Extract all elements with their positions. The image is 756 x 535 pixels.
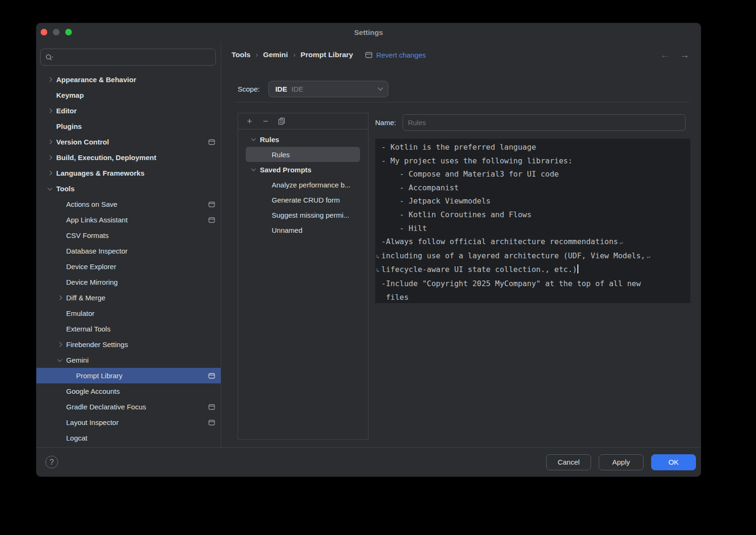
chevron-right-icon[interactable] <box>48 109 52 113</box>
chevron-down-icon[interactable] <box>48 186 52 190</box>
sidebar-item-layout-inspector[interactable]: Layout Inspector <box>36 415 221 430</box>
modified-indicator-icon <box>208 139 215 145</box>
sidebar-item-gradle-declarative-focus[interactable]: Gradle Declarative Focus <box>36 399 221 415</box>
editor-line-text: -Include "Copyright 2025 MyCompany" at t… <box>381 279 641 288</box>
prompt-tree-item-rules[interactable]: Rules <box>246 147 360 162</box>
prompt-tree-label: Saved Prompts <box>260 166 311 174</box>
sidebar-item-label: Plugins <box>56 122 82 130</box>
sidebar-item-label: Editor <box>56 107 77 115</box>
sidebar-item-label: External Tools <box>66 325 111 333</box>
titlebar: Settings <box>36 23 701 42</box>
chevron-right-icon[interactable] <box>48 77 52 82</box>
prompt-tree-item-suggest-missing-permi[interactable]: Suggest missing permi... <box>238 207 368 222</box>
sidebar-item-device-mirroring[interactable]: Device Mirroring <box>36 274 221 290</box>
sidebar-item-google-accounts[interactable]: Google Accounts <box>36 383 221 399</box>
prompt-name-input[interactable] <box>403 114 686 131</box>
prompt-tree-item-generate-crud-form[interactable]: Generate CRUD form <box>238 192 368 207</box>
chevron-right-icon[interactable] <box>48 155 52 160</box>
sidebar-item-gemini[interactable]: Gemini <box>36 352 221 368</box>
breadcrumb-item-tools[interactable]: Tools <box>232 51 250 59</box>
sidebar-item-label: Languages & Frameworks <box>56 169 145 177</box>
sidebar-item-device-explorer[interactable]: Device Explorer <box>36 259 221 274</box>
editor-line: ↳including use of a layered architecture… <box>381 249 687 263</box>
sidebar-item-label: Layout Inspector <box>66 418 119 426</box>
sidebar-item-app-links-assistant[interactable]: App Links Assistant <box>36 212 221 228</box>
forward-arrow-icon[interactable]: → <box>680 50 689 60</box>
sidebar-item-label: Firebender Settings <box>66 340 128 348</box>
sidebar-item-keymap[interactable]: Keymap <box>36 87 221 103</box>
chevron-right-icon[interactable] <box>58 342 62 347</box>
sidebar-item-version-control[interactable]: Version Control <box>36 134 221 150</box>
sidebar-item-prompt-library[interactable]: Prompt Library <box>36 368 221 383</box>
prompt-tree-label: Suggest missing permi... <box>272 211 349 219</box>
prompt-tree-label: Generate CRUD form <box>272 196 340 204</box>
editor-line: ↳lifecycle-aware UI state collection., e… <box>381 263 687 277</box>
name-label: Name: <box>375 119 396 127</box>
sidebar-item-label: Actions on Save <box>66 200 117 208</box>
prompt-list-panel: + − RulesRulesSaved PromptsAnalyze perfo… <box>238 113 369 440</box>
scope-dropdown[interactable]: IDE IDE <box>268 81 388 97</box>
scope-value: IDE <box>275 85 287 93</box>
add-prompt-button[interactable]: + <box>243 115 256 127</box>
prompt-tree-group-saved-prompts[interactable]: Saved Prompts <box>238 162 368 177</box>
sidebar-item-logcat[interactable]: Logcat <box>36 430 221 446</box>
breadcrumb-item-prompt-library[interactable]: Prompt Library <box>301 51 353 59</box>
prompt-text-editor[interactable]: - Kotlin is the preferred language- My p… <box>375 139 690 303</box>
cancel-button[interactable]: Cancel <box>546 454 591 470</box>
back-arrow-icon[interactable]: ← <box>660 50 670 60</box>
sidebar-item-label: Build, Execution, Deployment <box>56 153 156 161</box>
sidebar-item-tools[interactable]: Tools <box>36 181 221 196</box>
modified-indicator-icon <box>208 404 215 410</box>
sidebar-item-label: Diff & Merge <box>66 294 105 302</box>
sidebar-item-firebender-settings[interactable]: Firebender Settings <box>36 337 221 352</box>
search-input[interactable] <box>56 53 215 61</box>
sidebar-item-emulator[interactable]: Emulator <box>36 306 221 321</box>
editor-line-text: - Kotlin Coroutines and Flows <box>381 210 532 219</box>
sidebar-item-editor[interactable]: Editor <box>36 103 221 119</box>
sidebar-item-csv-formats[interactable]: CSV Formats <box>36 228 221 243</box>
sidebar-item-actions-on-save[interactable]: Actions on Save <box>36 196 221 212</box>
chevron-down-icon[interactable] <box>251 136 256 141</box>
editor-line: - Accompanist <box>381 181 687 195</box>
editor-line-text: lifecycle-aware UI state collection., et… <box>381 265 577 274</box>
chevron-right-icon[interactable] <box>48 140 52 144</box>
ok-button[interactable]: OK <box>651 454 696 470</box>
settings-window: Settings Appearance & BehaviorKeymapEdit… <box>36 23 701 477</box>
chevron-right-icon[interactable] <box>48 171 52 176</box>
prompt-tree-item-unnamed[interactable]: Unnamed <box>238 222 368 238</box>
sidebar-item-languages-frameworks[interactable]: Languages & Frameworks <box>36 165 221 181</box>
sidebar-item-plugins[interactable]: Plugins <box>36 119 221 134</box>
apply-button[interactable]: Apply <box>599 454 644 470</box>
breadcrumb-separator: › <box>293 51 295 59</box>
breadcrumb-item-gemini[interactable]: Gemini <box>263 51 288 59</box>
footer-buttons: Cancel Apply OK <box>546 454 696 470</box>
sidebar-item-label: Tools <box>56 185 75 193</box>
sidebar-item-database-inspector[interactable]: Database Inspector <box>36 243 221 259</box>
chevron-down-icon[interactable] <box>58 357 62 362</box>
remove-prompt-button[interactable]: − <box>259 115 272 127</box>
chevron-down-icon[interactable] <box>251 167 256 171</box>
prompt-tree-group-rules[interactable]: Rules <box>238 132 368 147</box>
sidebar-item-appearance-behavior[interactable]: Appearance & Behavior <box>36 72 221 87</box>
sidebar-item-label: Emulator <box>66 309 94 317</box>
sidebar-item-build-execution-deployment[interactable]: Build, Execution, Deployment <box>36 150 221 165</box>
sidebar-tree: Appearance & BehaviorKeymapEditorPlugins… <box>36 72 221 446</box>
revert-changes-label: Revert changes <box>376 51 426 59</box>
revert-changes-link[interactable]: Revert changes <box>365 51 426 59</box>
modified-indicator-icon <box>208 217 215 223</box>
copy-prompt-button[interactable] <box>275 115 288 127</box>
sidebar-item-diff-merge[interactable]: Diff & Merge <box>36 290 221 306</box>
settings-search-box[interactable] <box>40 49 216 66</box>
sidebar-item-label: App Links Assistant <box>66 216 128 224</box>
help-button[interactable]: ? <box>45 456 58 468</box>
sidebar-item-label: Gemini <box>66 356 89 364</box>
prompt-tree-item-analyze-performance-b[interactable]: Analyze performance b... <box>238 177 368 192</box>
breadcrumb-bar: Tools›Gemini›Prompt Library Revert chang… <box>232 42 689 68</box>
text-caret <box>577 264 578 273</box>
chevron-right-icon[interactable] <box>58 296 62 300</box>
editor-line: -Include "Copyright 2025 MyCompany" at t… <box>381 277 687 291</box>
editor-line: - Kotlin Coroutines and Flows <box>381 208 687 222</box>
modified-settings-icon <box>365 52 372 58</box>
sidebar-item-label: Gradle Declarative Focus <box>66 403 146 411</box>
sidebar-item-external-tools[interactable]: External Tools <box>36 321 221 337</box>
